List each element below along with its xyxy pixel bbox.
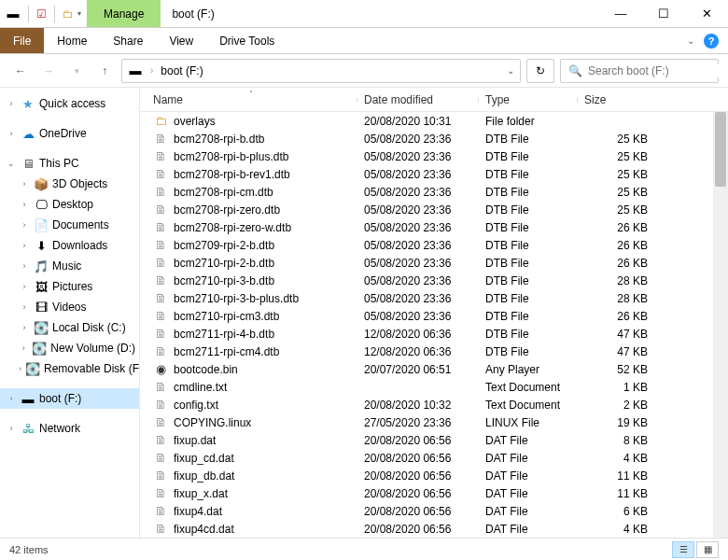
- tree-item[interactable]: ›💽Removable Disk (F:): [13, 358, 139, 379]
- navigation-pane[interactable]: › ★ Quick access › ☁ OneDrive ⌄ 🖥 This P…: [0, 88, 140, 538]
- file-type: DTB File: [478, 133, 577, 146]
- tree-item[interactable]: ›⬇Downloads: [13, 235, 139, 256]
- maximize-button[interactable]: ☐: [642, 0, 685, 27]
- file-row[interactable]: 🗎bcm2708-rpi-zero.dtb05/08/2020 23:36DTB…: [140, 201, 728, 218]
- help-icon[interactable]: ?: [704, 34, 719, 49]
- chevron-right-icon[interactable]: ›: [6, 99, 17, 108]
- file-row[interactable]: 🗎fixup_cd.dat20/08/2020 06:56DAT File4 K…: [140, 449, 728, 467]
- tab-view[interactable]: View: [156, 28, 206, 53]
- qat-folder-icon[interactable]: 🗀: [63, 7, 74, 21]
- nav-up-button[interactable]: ↑: [93, 60, 116, 82]
- file-name: bcm2708-rpi-b.dtb: [174, 133, 264, 146]
- tree-onedrive[interactable]: › ☁ OneDrive: [0, 123, 139, 144]
- tree-item[interactable]: ›🎞Videos: [13, 297, 139, 317]
- tree-item[interactable]: ›🖵Desktop: [13, 194, 139, 215]
- file-row[interactable]: 🗎bcm2708-rpi-b-rev1.dtb05/08/2020 23:36D…: [140, 165, 728, 183]
- tree-network[interactable]: › 🖧 Network: [0, 418, 139, 439]
- tree-item[interactable]: ›📄Documents: [13, 215, 139, 235]
- ribbon-expand-icon[interactable]: ⌄: [687, 35, 694, 46]
- address-bar[interactable]: ▬ › boot (F:) ⌄: [121, 59, 521, 83]
- nav-recent-dropdown[interactable]: ▾: [65, 60, 88, 82]
- file-date: 20/08/2020 06:56: [357, 452, 478, 465]
- chevron-right-icon[interactable]: ›: [19, 302, 30, 312]
- tab-file[interactable]: File: [0, 28, 44, 53]
- scrollbar-thumb[interactable]: [715, 112, 726, 187]
- tree-boot-drive[interactable]: › ▬ boot (F:): [0, 388, 139, 409]
- chevron-right-icon[interactable]: ›: [19, 179, 30, 189]
- file-row[interactable]: 🗎bcm2709-rpi-2-b.dtb05/08/2020 23:36DTB …: [140, 236, 728, 254]
- search-box[interactable]: 🔍: [560, 59, 719, 83]
- file-size: 25 KB: [577, 186, 655, 199]
- status-item-count: 42 items: [9, 544, 49, 555]
- chevron-right-icon[interactable]: ›: [19, 200, 30, 209]
- column-header-size[interactable]: Size: [577, 93, 655, 106]
- file-row[interactable]: 🗎fixup4.dat20/08/2020 06:56DAT File6 KB: [140, 502, 728, 520]
- file-row[interactable]: 🗎fixup_x.dat20/08/2020 06:56DAT File11 K…: [140, 484, 728, 502]
- qat-properties-icon[interactable]: ☑: [36, 7, 47, 21]
- nav-forward-button[interactable]: →: [37, 60, 60, 82]
- vertical-scrollbar[interactable]: [713, 112, 728, 538]
- file-date: 05/08/2020 23:36: [357, 203, 478, 217]
- chevron-right-icon[interactable]: ›: [6, 129, 17, 138]
- address-dropdown-icon[interactable]: ⌄: [507, 65, 514, 76]
- file-row[interactable]: 🗎bcm2710-rpi-cm3.dtb05/08/2020 23:36DTB …: [140, 307, 728, 325]
- file-row[interactable]: 🗎bcm2710-rpi-3-b-plus.dtb05/08/2020 23:3…: [140, 289, 728, 307]
- chevron-right-icon[interactable]: ›: [6, 394, 17, 403]
- tab-home[interactable]: Home: [44, 28, 100, 53]
- chevron-right-icon[interactable]: ›: [19, 241, 30, 250]
- context-tab-manage[interactable]: Manage: [87, 0, 161, 27]
- file-row[interactable]: 🗎bcm2708-rpi-cm.dtb05/08/2020 23:36DTB F…: [140, 183, 728, 201]
- file-date: 05/08/2020 23:36: [357, 150, 478, 163]
- view-large-icons-button[interactable]: ▦: [696, 541, 719, 558]
- file-row[interactable]: 🗀overlays20/08/2020 10:31File folder: [140, 112, 728, 130]
- file-name: bcm2710-rpi-3-b.dtb: [174, 274, 274, 287]
- chevron-right-icon[interactable]: ›: [19, 220, 30, 230]
- file-row[interactable]: 🗎fixup_db.dat20/08/2020 06:56DAT File11 …: [140, 467, 728, 484]
- file-row[interactable]: 🗎COPYING.linux27/05/2020 23:36LINUX File…: [140, 413, 728, 431]
- tree-this-pc[interactable]: ⌄ 🖥 This PC: [0, 153, 139, 174]
- file-type: DAT File: [478, 523, 577, 536]
- file-list[interactable]: 🗀overlays20/08/2020 10:31File folder🗎bcm…: [140, 112, 728, 538]
- file-row[interactable]: 🗎config.txt20/08/2020 10:32Text Document…: [140, 396, 728, 413]
- tab-share[interactable]: Share: [100, 28, 156, 53]
- chevron-right-icon[interactable]: ›: [19, 364, 21, 373]
- chevron-right-icon[interactable]: ›: [19, 261, 30, 271]
- chevron-right-icon[interactable]: ›: [19, 343, 28, 353]
- column-header-date[interactable]: Date modified: [357, 93, 478, 106]
- nav-back-button[interactable]: ←: [9, 60, 32, 82]
- file-date: 20/08/2020 10:32: [357, 399, 478, 412]
- tab-drive-tools[interactable]: Drive Tools: [206, 28, 287, 53]
- file-row[interactable]: 🗎bcm2711-rpi-4-b.dtb12/08/2020 06:36DTB …: [140, 325, 728, 343]
- file-row[interactable]: 🗎bcm2708-rpi-zero-w.dtb05/08/2020 23:36D…: [140, 218, 728, 236]
- column-header-name[interactable]: ˄ Name: [146, 93, 357, 106]
- file-row[interactable]: 🗎bcm2710-rpi-3-b.dtb05/08/2020 23:36DTB …: [140, 272, 728, 289]
- chevron-right-icon[interactable]: ›: [19, 323, 30, 332]
- tree-item[interactable]: ›💽New Volume (D:): [13, 338, 139, 358]
- file-row[interactable]: 🗎bcm2710-rpi-2-b.dtb05/08/2020 23:36DTB …: [140, 254, 728, 272]
- tree-item[interactable]: ›🖼Pictures: [13, 276, 139, 297]
- tree-item-label: Pictures: [52, 280, 92, 293]
- column-header-type[interactable]: Type: [478, 93, 577, 106]
- chevron-right-icon[interactable]: ›: [19, 282, 30, 291]
- view-details-button[interactable]: ☰: [672, 541, 694, 558]
- tree-item[interactable]: ›🎵Music: [13, 256, 139, 276]
- file-row[interactable]: 🗎bcm2708-rpi-b-plus.dtb05/08/2020 23:36D…: [140, 147, 728, 165]
- file-row[interactable]: 🗎fixup4cd.dat20/08/2020 06:56DAT File4 K…: [140, 520, 728, 538]
- chevron-right-icon[interactable]: ›: [6, 424, 17, 433]
- file-row[interactable]: ◉bootcode.bin20/07/2020 06:51Any Player5…: [140, 360, 728, 378]
- refresh-button[interactable]: ↻: [526, 59, 554, 83]
- tree-item[interactable]: ›📦3D Objects: [13, 174, 139, 194]
- tree-quick-access[interactable]: › ★ Quick access: [0, 93, 139, 114]
- file-row[interactable]: 🗎bcm2708-rpi-b.dtb05/08/2020 23:36DTB Fi…: [140, 130, 728, 147]
- folder-icon: 🗀: [153, 114, 168, 128]
- chevron-down-icon[interactable]: ⌄: [6, 159, 17, 168]
- file-row[interactable]: 🗎fixup.dat20/08/2020 06:56DAT File8 KB: [140, 431, 728, 449]
- file-type: Any Player: [478, 363, 577, 376]
- qat-dropdown-icon[interactable]: ▾: [77, 9, 81, 18]
- close-button[interactable]: ✕: [685, 0, 728, 27]
- minimize-button[interactable]: —: [599, 0, 642, 27]
- search-input[interactable]: [588, 64, 728, 77]
- file-row[interactable]: 🗎cmdline.txtText Document1 KB: [140, 378, 728, 396]
- file-row[interactable]: 🗎bcm2711-rpi-cm4.dtb12/08/2020 06:36DTB …: [140, 343, 728, 360]
- tree-item[interactable]: ›💽Local Disk (C:): [13, 317, 139, 338]
